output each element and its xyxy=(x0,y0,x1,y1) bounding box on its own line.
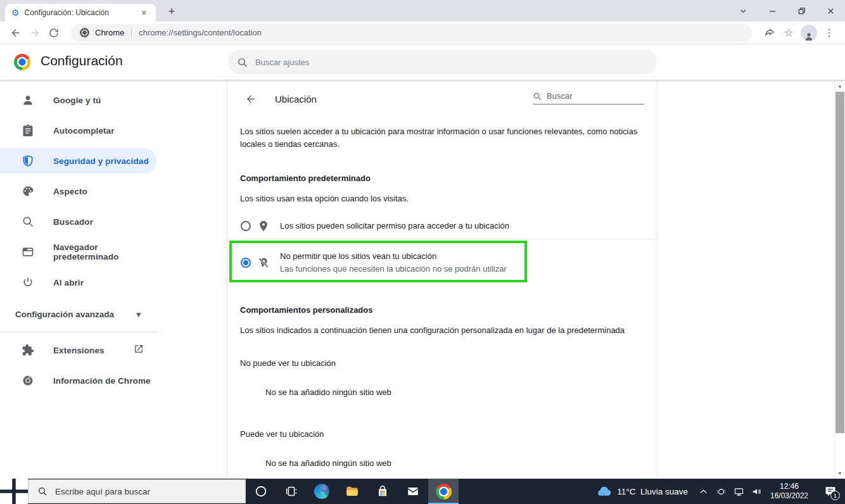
close-window-button[interactable] xyxy=(816,0,845,22)
default-behavior-subtitle: Los sitios usan esta opción cuando los v… xyxy=(240,192,409,205)
browser-toolbar: Chrome chrome://settings/content/locatio… xyxy=(0,22,845,44)
sidebar-item-appearance[interactable]: Aspecto xyxy=(0,179,158,204)
tab-title: Configuración: Ubicación xyxy=(25,8,138,17)
intro-text: Los sitios suelen acceder a tu ubicación… xyxy=(240,125,645,151)
radio-option-block-location[interactable]: No permitir que los sitios vean tu ubica… xyxy=(227,244,657,281)
settings-header: Configuración xyxy=(0,44,845,80)
page-scrollbar[interactable]: ▲ ▼ xyxy=(834,80,845,479)
hidden-icons-chevron[interactable] xyxy=(694,479,712,504)
volume-icon[interactable] xyxy=(747,479,765,504)
taskbar-search-input[interactable] xyxy=(55,487,226,496)
sidebar-item-search-engine[interactable]: Buscador xyxy=(0,209,158,234)
sidebar-item-default-browser[interactable]: Navegador predeterminado xyxy=(0,239,158,265)
group-blocked-label: No puede ver tu ubicación xyxy=(240,357,336,370)
sidebar-item-autofill[interactable]: Autocompletar xyxy=(0,118,158,143)
weather-temp: 11°C xyxy=(617,487,635,496)
card-search[interactable] xyxy=(533,91,644,104)
windows-taskbar: 11°C Lluvia suave 12:46 16/03/2022 1 xyxy=(0,479,845,504)
scrollbar-down-icon[interactable]: ▼ xyxy=(835,468,845,478)
back-icon[interactable] xyxy=(6,23,25,42)
custom-behaviors-subtitle: Los sitios indicados a continuación tien… xyxy=(240,324,625,337)
external-link-icon xyxy=(133,343,144,357)
radio-option-ask-location[interactable]: Los sitios pueden solicitar permiso para… xyxy=(227,214,657,238)
tab-search-chevron-icon[interactable] xyxy=(728,0,758,22)
puzzle-icon xyxy=(22,344,34,356)
location-off-icon xyxy=(257,256,270,269)
settings-search-input[interactable] xyxy=(255,58,625,67)
tab-close-icon[interactable]: × xyxy=(138,7,149,18)
minimize-button[interactable] xyxy=(758,0,787,22)
edge-icon[interactable] xyxy=(307,479,337,504)
group-allowed-label: Puede ver tu ubicación xyxy=(240,428,324,441)
forward-icon[interactable] xyxy=(25,23,44,42)
scrollbar-thumb[interactable] xyxy=(835,92,844,433)
chrome-taskbar-icon[interactable] xyxy=(428,479,459,504)
taskbar-tray: 11°C Lluvia suave 12:46 16/03/2022 1 xyxy=(590,479,845,504)
radio-unselected[interactable] xyxy=(241,221,251,231)
caret-down-icon: ▾ xyxy=(136,310,141,319)
address-bar[interactable]: Chrome chrome://settings/content/locatio… xyxy=(71,24,753,42)
custom-behaviors-title: Comportamientos personalizados xyxy=(240,304,372,317)
meet-now-icon[interactable] xyxy=(712,479,730,504)
microsoft-store-icon[interactable] xyxy=(367,479,398,504)
settings-sidebar: Google y tú Autocompletar Seguridad y pr… xyxy=(0,80,158,398)
sidebar-item-extensions[interactable]: Extensiones xyxy=(0,337,158,363)
url-host-label: Chrome xyxy=(95,28,124,37)
browser-tab[interactable]: ⚙ Configuración: Ubicación × xyxy=(5,4,156,22)
scrollbar-up-icon[interactable]: ▲ xyxy=(835,80,845,91)
new-tab-button[interactable]: + xyxy=(163,4,180,18)
chrome-gray-icon xyxy=(22,374,34,387)
weather-cloud-icon xyxy=(596,484,612,500)
clock-time: 12:46 xyxy=(765,482,813,491)
group-blocked-empty: No se ha añadido ningún sitio web xyxy=(265,386,391,399)
sidebar-item-google[interactable]: Google y tú xyxy=(0,87,158,113)
sidebar-item-on-startup[interactable]: Al abrir xyxy=(0,270,158,295)
browser-menu-icon[interactable]: ⋮ xyxy=(820,23,839,42)
notification-center[interactable]: 1 xyxy=(816,479,845,504)
group-allowed-empty: No se ha añadido ningún sitio web xyxy=(265,457,391,470)
screen: ⚙ Configuración: Ubicación × + Chrome xyxy=(0,0,845,504)
search-icon xyxy=(237,57,248,68)
restore-button[interactable] xyxy=(787,0,816,22)
clipboard-icon xyxy=(22,124,34,137)
start-button[interactable] xyxy=(0,479,28,504)
settings-search[interactable] xyxy=(228,50,657,74)
task-view-button[interactable] xyxy=(276,479,307,504)
section-title: Ubicación xyxy=(275,94,317,104)
notification-badge: 1 xyxy=(830,491,840,500)
profile-avatar[interactable] xyxy=(801,25,817,41)
sidebar-item-about-chrome[interactable]: Información de Chrome xyxy=(0,368,158,393)
advanced-settings-toggle[interactable]: Configuración avanzada ▾ xyxy=(15,301,141,327)
window-controls xyxy=(728,0,845,22)
taskbar-search[interactable] xyxy=(28,479,246,503)
search-icon xyxy=(22,215,34,228)
file-explorer-icon[interactable] xyxy=(337,479,367,504)
shield-icon xyxy=(22,154,34,167)
chrome-logo-icon xyxy=(14,54,30,70)
back-arrow-icon[interactable] xyxy=(244,92,258,106)
clock-widget[interactable]: 12:46 16/03/2022 xyxy=(765,482,816,501)
power-icon xyxy=(22,276,34,289)
network-icon[interactable] xyxy=(730,479,747,504)
sidebar-item-security-privacy[interactable]: Seguridad y privacidad xyxy=(0,148,156,173)
tab-strip: ⚙ Configuración: Ubicación × + xyxy=(0,0,845,22)
search-icon xyxy=(37,486,48,496)
settings-gear-icon: ⚙ xyxy=(11,8,20,17)
url-text: chrome://settings/content/location xyxy=(139,28,262,37)
chrome-glyph-icon xyxy=(80,28,89,37)
share-icon[interactable] xyxy=(760,23,779,42)
mail-icon[interactable] xyxy=(398,479,428,504)
reload-icon[interactable] xyxy=(44,23,63,42)
settings-page: Google y tú Autocompletar Seguridad y pr… xyxy=(0,80,845,479)
cortana-button[interactable] xyxy=(246,479,276,504)
person-icon xyxy=(22,94,34,106)
card-search-input[interactable] xyxy=(547,91,629,101)
sidebar-divider xyxy=(0,332,158,332)
browser-icon xyxy=(22,246,34,258)
weather-widget[interactable]: 11°C Lluvia suave xyxy=(590,479,694,504)
radio-selected[interactable] xyxy=(241,258,251,268)
clock-date: 16/03/2022 xyxy=(765,491,813,501)
bookmark-star-icon[interactable]: ☆ xyxy=(779,23,798,42)
location-settings-card: Ubicación Los sitios suelen acceder a tu… xyxy=(227,80,658,479)
option-divider xyxy=(240,239,657,239)
